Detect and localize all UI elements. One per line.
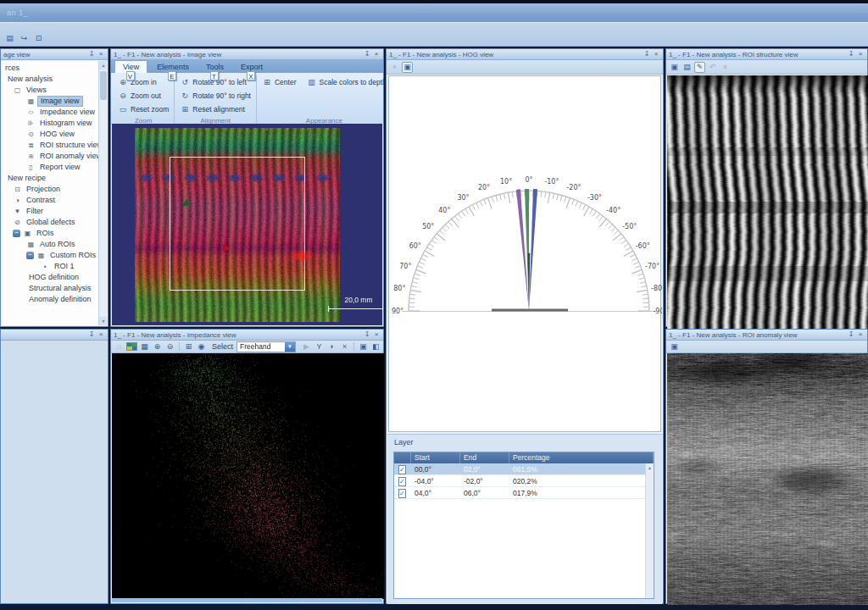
tree-item[interactable]: ▼Filter [2,206,107,217]
close-icon[interactable]: × [856,330,865,339]
tree-expander-icon[interactable]: − [26,252,34,259]
grid-icon[interactable]: ▦ [139,341,150,352]
scroll-down-icon[interactable]: ▼ [99,317,107,325]
scale-colors-button[interactable]: ▥Scale colors to depth [304,75,387,89]
roi-structure-image[interactable] [667,75,868,329]
tree-item[interactable]: New analysis [2,74,107,85]
center-button[interactable]: ⊞Center [260,75,298,89]
tree-item[interactable]: ▢Views [2,85,107,96]
tree-item[interactable]: ⊪Histogram view [2,118,107,129]
delete-layer-icon[interactable]: × [389,62,400,73]
tree-item[interactable]: Structural analysis [2,283,107,294]
zoom-in-button[interactable]: ⊕Zoom in [116,75,170,89]
close-icon[interactable]: × [97,330,105,339]
tree-item[interactable]: New recipe [2,173,107,184]
tree-item[interactable]: ⊡Projection [2,184,107,195]
checkbox-checked-icon[interactable]: ✓ [398,477,406,486]
pin-icon[interactable]: ↧ [87,50,96,58]
pin-icon[interactable]: ↧ [363,50,371,58]
impedance-titlebar[interactable]: 1_ - F1 - New analysis - Impedance view … [111,330,383,341]
window-titlebar[interactable]: an 1_ [0,0,868,22]
tree-item[interactable]: Anomaly definition [2,294,107,305]
tree-item[interactable]: −▦Custom ROIs [2,250,107,261]
checkbox-checked-icon[interactable]: ✓ [398,465,406,474]
zoom-out-button[interactable]: ⊖Zoom out [116,89,170,103]
scrollbar-thumb[interactable] [100,71,107,100]
tree-item[interactable]: −▣ROIs [2,228,107,239]
close-icon[interactable]: × [372,330,381,339]
scroll-up-icon[interactable]: ▲ [646,463,654,472]
layer-table-row[interactable]: ✓-04,0°-02,0°020,2% [394,475,654,487]
send-left-screen-icon[interactable]: ◧ [370,341,381,352]
scroll-up-icon[interactable]: ▲ [99,61,107,69]
layer-table[interactable]: StartEndPercentage ✓00,0°02,0°061,5%✓-04… [393,452,654,599]
scale-bar-line [328,306,382,312]
tree-item[interactable]: ≣ROI structure view [2,140,107,151]
image-view-canvas-area[interactable]: 20,0 mm [112,124,382,325]
home-icon[interactable]: ⌂ [114,341,125,352]
tree-item[interactable]: ⊘Global defects [2,217,107,228]
color-map-icon[interactable] [126,342,137,351]
pointer-icon[interactable]: ▶ [301,341,312,352]
zoom-out-icon[interactable]: ⊖ [164,341,175,352]
tree-item[interactable]: ▯Report view [2,162,107,173]
roi-rectangle[interactable] [170,157,305,291]
checkbox-checked-icon[interactable]: ✓ [398,489,406,498]
tree-item-label: ROI anomaly view [37,152,104,161]
selection-mode-combobox[interactable]: Freehand ▼ [236,341,296,352]
tree-item[interactable]: ▦Image view [2,96,107,107]
tree-item[interactable]: ≋ROI anomaly view [2,151,107,162]
layer-table-row[interactable]: ✓00,0°02,0°061,5% [394,463,654,475]
fill-icon[interactable]: ◗ [326,341,337,352]
tree-item[interactable]: rces [2,63,107,74]
export-layout-icon[interactable]: ⊡ [33,33,44,44]
delete-selection-icon[interactable]: × [339,341,350,352]
open-layout-icon[interactable]: ▤ [4,33,15,44]
layer-table-scrollbar[interactable]: ▲ [645,463,654,598]
close-icon[interactable]: × [372,50,381,58]
close-icon[interactable]: × [652,50,660,58]
globe-icon[interactable]: ◉ [196,341,207,352]
chevron-down-icon[interactable]: ▼ [285,342,295,352]
export-image-icon[interactable]: ▣ [358,341,369,352]
tree-item[interactable]: ○Impedance view [2,107,107,118]
export-image-icon[interactable]: ▣ [669,341,680,352]
tree-item[interactable]: HOG definition [2,272,107,283]
rotate-right-button[interactable]: ↻Rotate 90° to right [178,89,253,103]
tree-scrollbar[interactable]: ▲ ▼ [98,61,107,325]
tree-item[interactable]: ▪ROI 1 [2,261,107,272]
layers-icon[interactable]: ▤ [682,62,693,73]
roi-anomaly-image[interactable] [667,353,868,605]
image-view-titlebar[interactable]: 1_ - F1 - New analysis - Image view ↧ × [111,49,383,60]
pin-icon[interactable]: ↧ [87,330,96,339]
tree-item[interactable]: ◑Contrast [2,195,107,206]
tree-expander-icon[interactable]: − [13,230,20,237]
tree-item[interactable]: ⊙HOG view [2,129,107,140]
polygon-select-icon[interactable]: Y [314,341,325,352]
undo-icon[interactable]: ↶ [707,62,718,73]
tree-item[interactable]: ▦Auto ROIs [2,239,107,250]
impedance-scatter-plot[interactable] [112,353,384,599]
pin-icon[interactable]: ↧ [847,50,855,58]
pin-icon[interactable]: ↧ [847,330,855,339]
close-icon[interactable]: × [856,50,865,58]
explorer-titlebar[interactable]: age view ↧ × [1,49,108,60]
pin-icon[interactable]: ↧ [363,330,371,339]
swap-views-icon[interactable]: ↪ [19,33,30,44]
export-image-icon[interactable]: ▣ [669,62,680,73]
explorer-bottom-titlebar[interactable]: ↧ × [1,330,108,341]
pin-icon[interactable]: ↧ [643,50,651,58]
zoom-in-icon[interactable]: ⊕ [152,341,163,352]
close-icon[interactable]: × [97,50,105,58]
hog-gauge-canvas[interactable]: -90°-80°-70°-60°-50°-40°-30°-20°-10°0°10… [388,75,661,432]
draw-icon[interactable]: ✎ [694,62,705,73]
delete-icon[interactable]: × [720,62,731,73]
roi-anomaly-titlebar[interactable]: 1_ - F1 - New analysis - ROI anomaly vie… [666,330,867,341]
reset-alignment-button[interactable]: ⊞Reset alignment [178,103,253,116]
reset-zoom-button[interactable]: ▭Reset zoom [116,103,170,116]
hog-titlebar[interactable]: 1_ - F1 - New analysis - HOG view ↧ × [387,49,663,60]
roi-structure-titlebar[interactable]: 1_ - F1 - New analysis - ROI structure v… [666,49,867,60]
center-icon[interactable]: ⊞ [183,341,194,352]
layer-table-row[interactable]: ✓04,0°06,0°017,9% [394,487,654,499]
export-image-icon[interactable]: ▣ [402,62,413,73]
